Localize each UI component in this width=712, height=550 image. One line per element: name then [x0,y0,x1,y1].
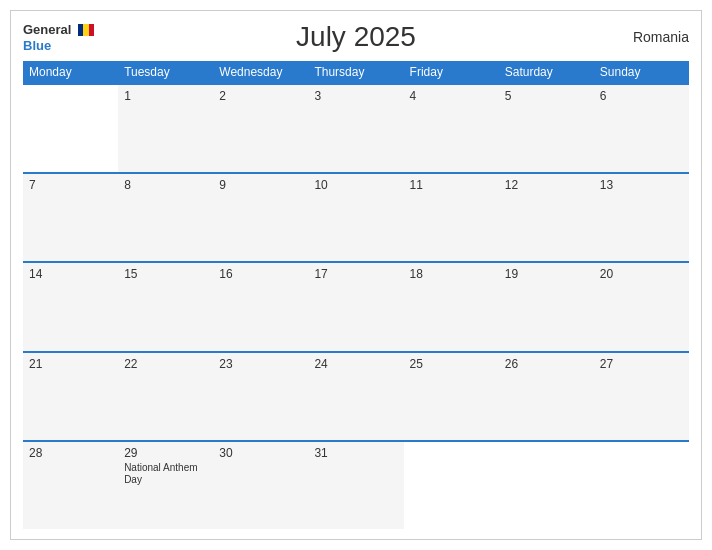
header-thursday: Thursday [308,61,403,83]
day-num-w1-d3: 10 [314,178,327,192]
day-cell-w4-d3: 31 [308,442,403,529]
day-cell-w1-d5: 12 [499,174,594,261]
day-headers-row: Monday Tuesday Wednesday Thursday Friday… [23,61,689,83]
day-num-w1-d5: 12 [505,178,518,192]
day-cell-w3-d3: 24 [308,353,403,440]
week-row-2: 14151617181920 [23,261,689,350]
day-num-w4-d2: 30 [219,446,232,460]
day-num-w0-d4: 4 [410,89,417,103]
day-num-w2-d5: 19 [505,267,518,281]
day-num-w2-d1: 15 [124,267,137,281]
day-cell-w1-d3: 10 [308,174,403,261]
weeks-container: 1234567891011121314151617181920212223242… [23,83,689,529]
header-sunday: Sunday [594,61,689,83]
day-cell-w0-d2: 2 [213,85,308,172]
day-cell-w1-d2: 9 [213,174,308,261]
day-num-w3-d1: 22 [124,357,137,371]
day-event-w4-d1: National Anthem Day [124,462,207,486]
day-num-w1-d1: 8 [124,178,131,192]
day-cell-w4-d5 [499,442,594,529]
day-cell-w3-d1: 22 [118,353,213,440]
day-cell-w0-d1: 1 [118,85,213,172]
day-cell-w0-d4: 4 [404,85,499,172]
day-cell-w1-d4: 11 [404,174,499,261]
day-num-w3-d3: 24 [314,357,327,371]
day-num-w0-d6: 6 [600,89,607,103]
day-cell-w2-d6: 20 [594,263,689,350]
day-num-w0-d3: 3 [314,89,321,103]
day-cell-w2-d2: 16 [213,263,308,350]
day-num-w2-d6: 20 [600,267,613,281]
header-friday: Friday [404,61,499,83]
calendar-grid: Monday Tuesday Wednesday Thursday Friday… [23,61,689,529]
day-cell-w2-d4: 18 [404,263,499,350]
day-cell-w1-d6: 13 [594,174,689,261]
day-num-w4-d1: 29 [124,446,137,460]
day-num-w3-d4: 25 [410,357,423,371]
day-num-w4-d0: 28 [29,446,42,460]
week-row-0: 123456 [23,83,689,172]
day-cell-w2-d3: 17 [308,263,403,350]
week-row-3: 21222324252627 [23,351,689,440]
day-num-w2-d3: 17 [314,267,327,281]
calendar-wrapper: General Blue July 2025 Romania Monday Tu… [10,10,702,540]
day-cell-w4-d2: 30 [213,442,308,529]
day-cell-w3-d2: 23 [213,353,308,440]
calendar-title: July 2025 [296,21,416,53]
week-row-4: 2829National Anthem Day3031 [23,440,689,529]
logo-flag-icon [78,24,94,36]
day-cell-w4-d0: 28 [23,442,118,529]
day-cell-w0-d3: 3 [308,85,403,172]
day-cell-w0-d6: 6 [594,85,689,172]
day-num-w0-d5: 5 [505,89,512,103]
day-num-w3-d2: 23 [219,357,232,371]
logo-top: General [23,21,94,37]
day-num-w4-d3: 31 [314,446,327,460]
day-cell-w3-d6: 27 [594,353,689,440]
day-cell-w2-d1: 15 [118,263,213,350]
header-monday: Monday [23,61,118,83]
day-num-w2-d0: 14 [29,267,42,281]
logo-blue-text: Blue [23,38,51,53]
day-num-w1-d6: 13 [600,178,613,192]
day-cell-w3-d5: 26 [499,353,594,440]
day-num-w3-d0: 21 [29,357,42,371]
day-num-w2-d2: 16 [219,267,232,281]
day-num-w1-d4: 11 [410,178,423,192]
day-num-w1-d2: 9 [219,178,226,192]
country-label: Romania [633,29,689,45]
day-num-w0-d1: 1 [124,89,131,103]
day-cell-w1-d0: 7 [23,174,118,261]
day-num-w0-d2: 2 [219,89,226,103]
day-cell-w4-d1: 29National Anthem Day [118,442,213,529]
day-num-w3-d6: 27 [600,357,613,371]
header-tuesday: Tuesday [118,61,213,83]
header-wednesday: Wednesday [213,61,308,83]
day-cell-w4-d4 [404,442,499,529]
header-saturday: Saturday [499,61,594,83]
day-cell-w0-d0 [23,85,118,172]
day-num-w3-d5: 26 [505,357,518,371]
day-cell-w1-d1: 8 [118,174,213,261]
logo: General Blue [23,21,94,53]
day-num-w1-d0: 7 [29,178,36,192]
day-num-w2-d4: 18 [410,267,423,281]
day-cell-w3-d4: 25 [404,353,499,440]
day-cell-w2-d0: 14 [23,263,118,350]
calendar-header: General Blue July 2025 Romania [23,21,689,53]
day-cell-w2-d5: 19 [499,263,594,350]
day-cell-w4-d6 [594,442,689,529]
day-cell-w3-d0: 21 [23,353,118,440]
week-row-1: 78910111213 [23,172,689,261]
day-cell-w0-d5: 5 [499,85,594,172]
logo-general-text: General [23,22,71,37]
